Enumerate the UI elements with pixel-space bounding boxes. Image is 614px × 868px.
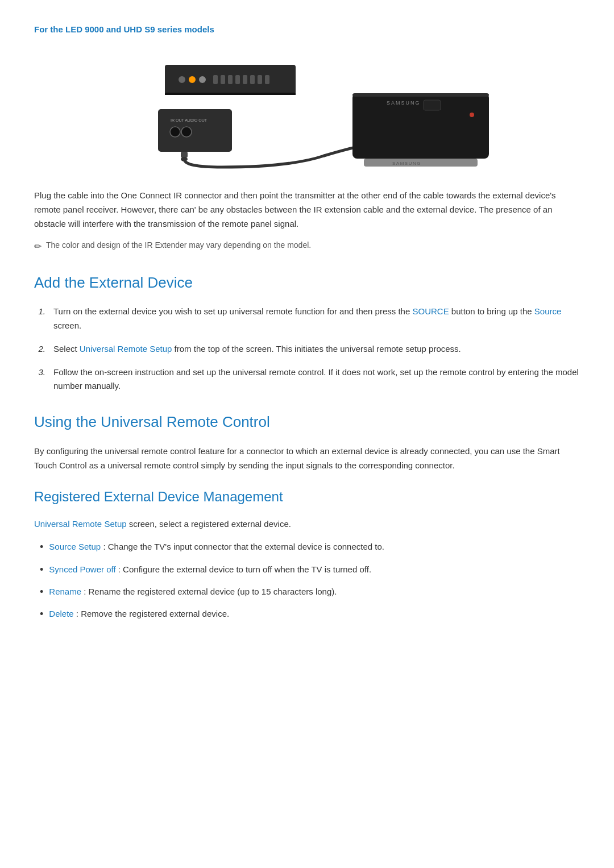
registered-item-3-text: Rename : Rename the registered external … xyxy=(49,585,337,599)
note-row: ✏ The color and design of the IR Extende… xyxy=(34,239,580,254)
svg-rect-9 xyxy=(250,75,255,84)
step-3-num: 3. xyxy=(34,366,45,394)
using-remote-title: Using the Universal Remote Control xyxy=(34,410,580,434)
svg-rect-4 xyxy=(213,75,218,84)
source-setup-link: Source Setup xyxy=(49,542,101,551)
registered-item-1-text: Source Setup : Change the TV's input con… xyxy=(49,540,384,554)
step-2: 2. Select Universal Remote Setup from th… xyxy=(34,342,580,356)
svg-rect-19 xyxy=(352,93,489,159)
registered-title: Registered External Device Management xyxy=(34,486,580,508)
delete-link: Delete xyxy=(49,609,73,618)
svg-rect-7 xyxy=(235,75,240,84)
svg-text:SAMSUNG: SAMSUNG xyxy=(392,161,421,166)
svg-point-15 xyxy=(170,127,180,137)
step-2-text: Select Universal Remote Setup from the t… xyxy=(53,342,461,356)
rename-desc: : Rename the registered external device … xyxy=(84,587,337,596)
source-screen-link: Source xyxy=(534,306,562,316)
registered-item-2-text: Synced Power off : Configure the externa… xyxy=(49,563,371,577)
step-3: 3. Follow the on-screen instruction and … xyxy=(34,366,580,394)
bullet-4: • xyxy=(40,607,43,621)
svg-rect-5 xyxy=(221,75,225,84)
delete-desc: : Remove the registered external device. xyxy=(76,609,229,618)
svg-rect-10 xyxy=(258,75,262,84)
registered-item-1: • Source Setup : Change the TV's input c… xyxy=(40,540,580,554)
add-device-section: Add the External Device 1. Turn on the e… xyxy=(34,271,580,393)
svg-point-2 xyxy=(189,76,196,83)
step-2-num: 2. xyxy=(34,342,45,356)
device-svg: IR OUT AUDIO OUT SAMSUNG xyxy=(108,48,506,173)
svg-text:SAMSUNG: SAMSUNG xyxy=(387,100,421,106)
device-illustration-area: IR OUT AUDIO OUT SAMSUNG xyxy=(34,48,580,173)
svg-point-1 xyxy=(179,76,185,83)
note-icon: ✏ xyxy=(34,239,42,254)
step-1-num: 1. xyxy=(34,305,45,333)
universal-remote-setup-link: Universal Remote Setup xyxy=(80,344,172,354)
source-setup-desc: : Change the TV's input connector that t… xyxy=(103,542,384,551)
svg-point-23 xyxy=(470,113,474,117)
svg-rect-17 xyxy=(181,152,188,157)
add-device-title: Add the External Device xyxy=(34,271,580,295)
universal-remote-setup-link-2: Universal Remote Setup xyxy=(34,519,127,529)
using-remote-body: By configuring the universal remote cont… xyxy=(34,445,580,473)
svg-point-16 xyxy=(181,127,192,137)
registered-item-2: • Synced Power off : Configure the exter… xyxy=(40,563,580,577)
note-text: The color and design of the IR Extender … xyxy=(46,239,311,251)
registered-intro-after: screen, select a registered external dev… xyxy=(129,519,291,529)
step-1-text: Turn on the external device you wish to … xyxy=(53,305,580,333)
bullet-1: • xyxy=(40,540,43,554)
svg-rect-13 xyxy=(158,109,232,152)
using-remote-section: Using the Universal Remote Control By co… xyxy=(34,410,580,472)
bullet-2: • xyxy=(40,563,43,577)
svg-rect-6 xyxy=(228,75,233,84)
registered-intro: Universal Remote Setup screen, select a … xyxy=(34,517,580,531)
body-paragraph: Plug the cable into the One Connect IR c… xyxy=(34,189,580,231)
bullet-3: • xyxy=(40,585,43,599)
synced-power-link: Synced Power off xyxy=(49,564,115,574)
step-1: 1. Turn on the external device you wish … xyxy=(34,305,580,333)
ir-extender-box: IR OUT AUDIO OUT xyxy=(158,109,232,161)
svg-rect-22 xyxy=(424,100,441,110)
step-3-text: Follow the on-screen instruction and set… xyxy=(53,366,580,394)
add-device-steps: 1. Turn on the external device you wish … xyxy=(34,305,580,393)
registered-section: Registered External Device Management Un… xyxy=(34,486,580,621)
synced-power-desc: : Configure the external device to turn … xyxy=(118,564,371,574)
svg-point-3 xyxy=(199,76,206,83)
svg-rect-8 xyxy=(243,75,247,84)
series-label: For the LED 9000 and UHD S9 series model… xyxy=(34,23,580,36)
registered-item-4: • Delete : Remove the registered externa… xyxy=(40,607,580,621)
source-button-link: SOURCE xyxy=(412,306,449,316)
rename-link: Rename xyxy=(49,587,81,596)
svg-rect-12 xyxy=(165,93,296,95)
registered-items-list: • Source Setup : Change the TV's input c… xyxy=(34,540,580,621)
one-connect-box xyxy=(165,65,296,95)
registered-item-3: • Rename : Rename the registered externa… xyxy=(40,585,580,599)
svg-text:IR OUT  AUDIO OUT: IR OUT AUDIO OUT xyxy=(171,118,208,122)
registered-item-4-text: Delete : Remove the registered external … xyxy=(49,607,229,621)
svg-rect-11 xyxy=(265,75,269,84)
samsung-one-connect-main: SAMSUNG SAMSUNG xyxy=(352,93,489,167)
svg-rect-20 xyxy=(352,93,489,97)
